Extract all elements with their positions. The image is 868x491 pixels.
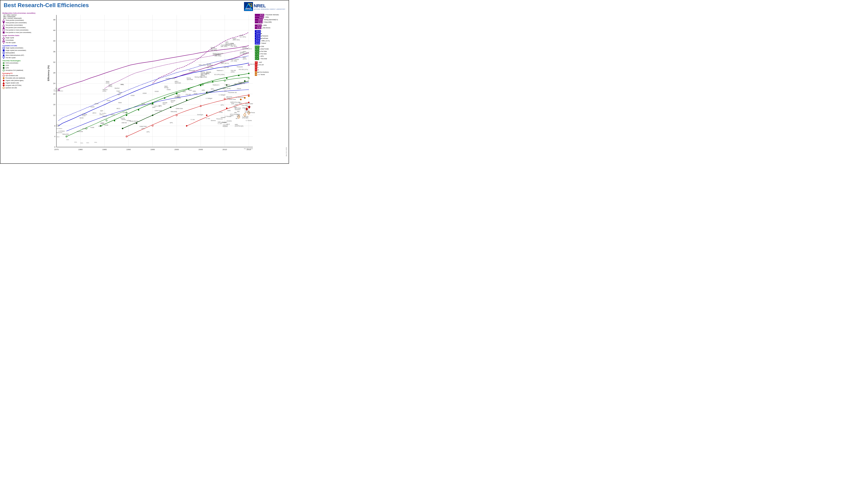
legend-item-si-tfc: Thin-film crystal <box>2 57 46 59</box>
pt-cigs-2 <box>114 120 115 121</box>
label-solarmer-b: Konarka <box>223 126 227 127</box>
svg-marker-6 <box>3 24 5 26</box>
label-boeing-sp-imm-b: Spectrolab <box>207 64 213 66</box>
svg-text:36: 36 <box>53 51 55 53</box>
pt-cigs-13 <box>248 73 250 74</box>
eff-bar-316: 31.6% <box>255 27 261 29</box>
eff-record-126: 12.6% ● HK UST <box>255 64 287 66</box>
label-nrel-cigs-2: NREL <box>189 89 192 91</box>
legend-item-qdot: Quantum dot cells <box>2 87 46 89</box>
label-matsushita-cdte: Matsushita <box>171 111 177 112</box>
svg-marker-5 <box>3 22 5 24</box>
label-epfl-dye-3: EPFL <box>221 104 224 106</box>
eff-bar-106b: 10.6% <box>255 74 257 76</box>
svg-text:1995: 1995 <box>150 148 155 150</box>
label-rca-1: RCA <box>57 136 59 138</box>
legend-item-2j-conc: Two-junction (concentrator) <box>2 24 46 26</box>
label-ies-upm: IES-UPM (1026x) <box>214 74 224 76</box>
label-rca-4: RCA <box>80 142 83 144</box>
label-ibm-cztsse-b: IBM <box>237 111 239 112</box>
efficiency-records-list: 46.0% ▽ Fraunhofer ISE/Soitec 44.4% ▽ NR… <box>255 14 287 76</box>
svg-point-18 <box>3 55 4 56</box>
legend-item-si-sc-nonconc: Single crystal (non-concentrator) <box>2 49 46 52</box>
svg-text:1975: 1975 <box>54 148 59 150</box>
eff-bar-256: 25.6% <box>255 40 260 42</box>
label-fhg-si: FhG-ISE <box>186 94 191 95</box>
label-us-cigs: United Solar <box>155 110 162 111</box>
label-spire-semi-c: (MM, 406x) <box>225 44 232 46</box>
label-nrel-si-2: NREL <box>202 89 205 91</box>
label-cigs-chart: CIGS <box>101 122 104 124</box>
label-panasonic-1: Panasonic <box>237 66 243 67</box>
pt-org-3 <box>226 108 227 109</box>
label-japanergy-b: Energy <box>164 87 169 88</box>
legend-item-amsi: Amorphous Si:H (stabilized) <box>2 69 46 71</box>
label-matsushita-a: Matsushita <box>62 134 69 135</box>
pt-org-2 <box>206 115 207 116</box>
label-lg-elec: LG Electronics <box>236 96 244 98</box>
legend-item-perovskite: Perovskite cells (not stabilized) <box>2 77 46 79</box>
pt-cdte-5 <box>186 99 188 101</box>
eff-bar-221: 22.1% <box>255 51 259 53</box>
eff-record-250: 25.0% ▽ Solexel <box>255 42 287 45</box>
label-krict-2: KRICT <box>247 106 251 107</box>
label-sanyo-2: Sanyo <box>207 91 211 92</box>
label-kodak-1: Kodak <box>82 128 86 129</box>
eff-bar-212: 21.2% <box>255 55 259 58</box>
legend-item-gaas-conc: Concentrator <box>2 39 46 41</box>
label-nrel-spectrolab-b: Spectrolab <box>175 82 181 84</box>
legend-mm: MM = metamorphic <box>2 16 46 17</box>
svg-text:20: 20 <box>53 93 55 95</box>
svg-rect-14 <box>3 47 4 49</box>
label-kodak-4: Kodak <box>105 124 109 126</box>
label-fraunh-ise-2: Fraunhofer ISE <box>228 92 237 93</box>
eff-bar-233: 23.3% <box>255 46 259 48</box>
eff-record-288: 28.8% ■ <box>255 33 287 35</box>
label-nrel-imm: NREL (IMM) <box>199 64 206 66</box>
label-solarex-3: Solarex <box>122 112 127 113</box>
label-nrel-konarka-b: U. Linz <box>218 123 222 124</box>
label-konarka-2: Konarka <box>227 120 232 122</box>
eff-bar-106a: 10.6% <box>255 71 257 74</box>
svg-text:2000: 2000 <box>174 148 179 150</box>
eff-bar-291: 29.1% <box>255 30 261 32</box>
pt-cdte-3 <box>152 115 153 116</box>
eff-bar-341: 34.1% <box>255 24 262 27</box>
label-solarex-2: Solarex <box>111 114 115 115</box>
eff-record-213: 21.3% ● First Solar <box>255 53 287 55</box>
y-axis-title: Efficiency (%) <box>47 65 50 81</box>
label-ncstate-b: State U. <box>100 114 104 115</box>
label-radboud-hit: Radboud U. <box>213 84 220 86</box>
label-epfl-dye-2: EPFL <box>170 122 173 123</box>
label-nrel-4j-327b: (4-J, 327x) <box>243 52 249 54</box>
label-ibm: IBM <box>55 88 57 89</box>
pt-perov-3 <box>248 95 250 97</box>
label-soitec-b: (4-J, 297x) <box>240 36 246 38</box>
nrel-text-block: NREL NATIONAL RENEWABLE ENERGY LABORATOR… <box>254 3 285 10</box>
legend-thinfilm: Thin-Film Technologies CIGS (concentrato… <box>2 60 46 71</box>
legend-csi-title: Crystalline Si Cells <box>2 45 46 47</box>
label-mit: MIT <box>236 118 238 119</box>
label-kodak-2: Kodak <box>90 127 94 128</box>
label-fhg-ise-1: FhG-ISE <box>224 67 229 68</box>
label-plextronics: Plextronics <box>216 118 223 120</box>
label-u-toronto-org: U. Toronto <box>246 120 252 121</box>
pt-cigs-3 <box>126 115 127 116</box>
chart-area: 0 4 8 12 16 20 24 28 32 36 40 44 48 Effi… <box>47 12 255 162</box>
svg-text:1985: 1985 <box>102 148 107 150</box>
eff-bar-250: 25.0% <box>255 42 260 45</box>
label-nrel-imm-325b: (IMM, 325.7x) <box>221 63 229 64</box>
svg-text:28: 28 <box>53 71 55 74</box>
svg-marker-13 <box>3 42 5 44</box>
svg-point-23 <box>3 67 4 69</box>
chart-svg: 0 4 8 12 16 20 24 28 32 36 40 44 48 Effi… <box>47 12 255 158</box>
legend-item-3j-nonconc: Three-junction (non-concentrator) <box>2 22 46 24</box>
eff-record-106a: 10.6% ◆ UCLA-Sumitomo <box>255 71 287 74</box>
label-us-cigs-2: United Solar <box>176 108 183 109</box>
label-matsushita: Matsushita <box>56 132 62 133</box>
label-u-toronto-qd-b: (PbS-QD) <box>243 117 248 119</box>
svg-text:16: 16 <box>53 103 55 106</box>
label-fraun-ise-1b: (MM, 454x) <box>221 46 227 48</box>
label-westing-b: house <box>82 115 86 116</box>
label-sandia: Sandia <box>79 117 83 119</box>
